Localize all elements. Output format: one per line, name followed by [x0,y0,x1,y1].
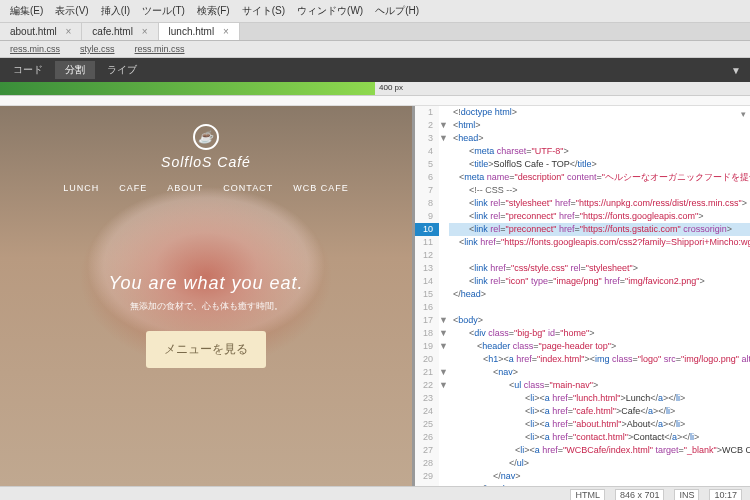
close-icon[interactable]: × [223,26,229,37]
code-line[interactable]: 24<li><a href="cafe.html">Cafe</a></li> [415,405,750,418]
menu-item[interactable]: 挿入(I) [97,3,134,19]
code-line[interactable]: 29</nav> [415,470,750,483]
document-tab[interactable]: cafe.html × [82,23,158,40]
code-line[interactable]: 12 [415,249,750,262]
code-line[interactable]: 26<li><a href="contact.html">Contact</a>… [415,431,750,444]
code-line[interactable]: 27<li><a href="WCBCafe/index.html" targe… [415,444,750,457]
view-live-button[interactable]: ライブ [97,61,147,79]
close-icon[interactable]: × [65,26,71,37]
code-line[interactable]: 13<link href="css/style.css" rel="styles… [415,262,750,275]
code-line[interactable]: 22▼<ul class="main-nav"> [415,379,750,392]
responsive-ruler[interactable]: 400 px [0,82,750,96]
code-line[interactable]: 11<link href="https://fonts.googleapis.c… [415,236,750,249]
code-line[interactable]: 9<link rel="preconnect" href="https://fo… [415,210,750,223]
related-file-tab[interactable]: ress.min.css [4,43,66,55]
code-line[interactable]: 6<meta name="description" content="ヘルシーな… [415,171,750,184]
code-line[interactable]: 28</ul> [415,457,750,470]
logo-text: SolfloS Café [161,154,251,170]
code-line[interactable]: 25<li><a href="about.html">About</a></li… [415,418,750,431]
code-line[interactable]: 2▼<html> [415,119,750,132]
menu-item[interactable]: ヘルプ(H) [371,3,423,19]
status-insert-mode[interactable]: INS [674,489,699,500]
ruler-ticks [0,96,750,106]
filter-icon[interactable]: ▾ [741,108,746,121]
code-line[interactable]: 8<link rel="stylesheet" href="https://un… [415,197,750,210]
preview-nav: LUNCHCAFEABOUTCONTACTWCB CAFE [0,173,412,203]
menu-item[interactable]: サイト(S) [238,3,289,19]
code-line[interactable]: 5<title>SolfloS Cafe - TOP</title> [415,158,750,171]
status-bar: HTML 846 x 701 INS 10:17 [0,486,750,500]
nav-link[interactable]: LUNCH [63,183,99,193]
menu-item[interactable]: 編集(E) [6,3,47,19]
code-line[interactable]: 3▼<head> [415,132,750,145]
code-line[interactable]: 20<h1><a href="index.html"><img class="l… [415,353,750,366]
code-editor-pane[interactable]: ▾ 1<!doctype html>2▼<html>3▼<head>4<meta… [415,106,750,486]
document-tabs: about.html ×cafe.html ×lunch.html × [0,23,750,41]
code-line[interactable]: 7<!-- CSS --> [415,184,750,197]
close-icon[interactable]: × [142,26,148,37]
code-line[interactable]: 16 [415,301,750,314]
hero-title: You are what you eat. [0,273,412,294]
filter-icon[interactable]: ▼ [731,65,747,76]
code-line[interactable]: 4<meta charset="UTF-8"> [415,145,750,158]
hero-text: You are what you eat. 無添加の食材で、心も体も癒す時間。 [0,273,412,313]
code-line[interactable]: 17▼<body> [415,314,750,327]
cta-button[interactable]: メニューを見る [146,331,266,368]
nav-link[interactable]: ABOUT [167,183,203,193]
view-split-button[interactable]: 分割 [55,61,95,79]
code-line[interactable]: 19▼<header class="page-header top"> [415,340,750,353]
menu-item[interactable]: ツール(T) [138,3,189,19]
code-line[interactable]: 1<!doctype html> [415,106,750,119]
nav-link[interactable]: CAFE [119,183,147,193]
status-cursor-pos: 10:17 [709,489,742,500]
hero-subtitle: 無添加の食材で、心も体も癒す時間。 [0,300,412,313]
menubar: 編集(E)表示(V)挿入(I)ツール(T)検索(F)サイト(S)ウィンドウ(W)… [0,0,750,23]
code-line[interactable]: 23<li><a href="lunch.html">Lunch</a></li… [415,392,750,405]
live-preview-pane[interactable]: SolfloS Café LUNCHCAFEABOUTCONTACTWCB CA… [0,106,415,486]
view-code-button[interactable]: コード [3,61,53,79]
code-line[interactable]: 10<link rel="preconnect" href="https://f… [415,223,750,236]
code-line[interactable]: 30</header> [415,483,750,486]
document-tab[interactable]: lunch.html × [159,23,240,40]
related-files-bar: ress.min.cssstyle.cssress.min.css [0,41,750,58]
code-line[interactable]: 15</head> [415,288,750,301]
site-logo[interactable]: SolfloS Café [0,106,412,173]
status-language[interactable]: HTML [570,489,605,500]
logo-icon [193,124,219,150]
status-dimensions: 846 x 701 [615,489,665,500]
related-file-tab[interactable]: ress.min.css [129,43,191,55]
main-split: SolfloS Café LUNCHCAFEABOUTCONTACTWCB CA… [0,106,750,486]
menu-item[interactable]: 検索(F) [193,3,234,19]
code-line[interactable]: 21▼<nav> [415,366,750,379]
view-toolbar: コード 分割 ライブ ▼ [0,58,750,82]
code-line[interactable]: 18▼<div class="big-bg" id="home"> [415,327,750,340]
menu-item[interactable]: ウィンドウ(W) [293,3,367,19]
nav-link[interactable]: WCB CAFE [293,183,349,193]
related-file-tab[interactable]: style.css [74,43,121,55]
menu-item[interactable]: 表示(V) [51,3,92,19]
document-tab[interactable]: about.html × [0,23,82,40]
code-line[interactable]: 14<link rel="icon" type="image/png" href… [415,275,750,288]
ruler-width-label: 400 px [375,82,407,93]
nav-link[interactable]: CONTACT [223,183,273,193]
